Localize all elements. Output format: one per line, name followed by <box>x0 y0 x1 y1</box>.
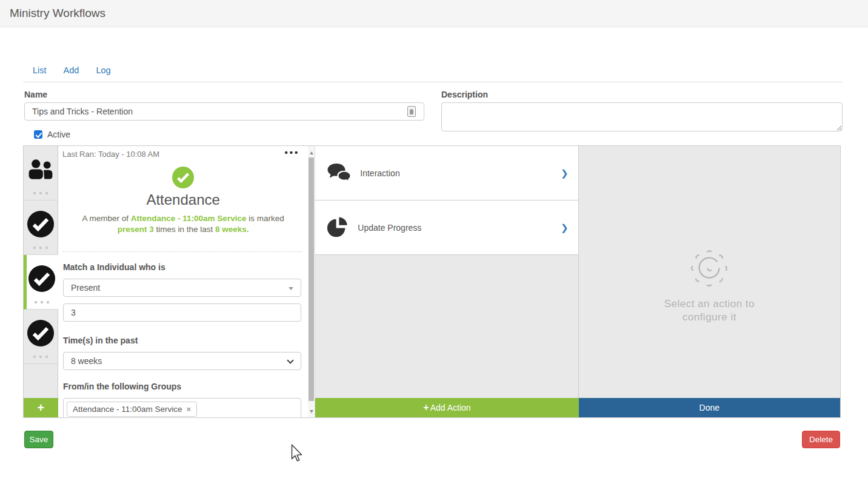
groups-tag-input[interactable]: Attendance - 11:00am Service × <box>63 398 301 417</box>
action-label: Interaction <box>360 168 399 178</box>
check-circle-icon <box>27 210 55 238</box>
tab-log[interactable]: Log <box>96 65 110 75</box>
add-action-button[interactable]: + Add Action <box>315 398 578 417</box>
workflow-builder: + Last Ran: Today - 10:08 AM ••• Attenda… <box>23 145 841 418</box>
chevron-down-icon <box>287 357 294 363</box>
trigger-panel-scrollbar[interactable] <box>308 146 315 417</box>
tab-add[interactable]: Add <box>64 65 79 75</box>
active-checkbox-row[interactable]: Active <box>34 130 70 139</box>
actions-filler <box>315 255 578 398</box>
workflow-step-sidebar: + <box>24 146 58 417</box>
drag-handle-dots[interactable] <box>24 191 58 194</box>
trigger-summary: A member of Attendance - 11:00am Service… <box>78 213 289 235</box>
save-button[interactable]: Save <box>24 431 53 448</box>
caret-down-icon <box>289 287 293 290</box>
action-row-update-progress[interactable]: Update Progress ❯ <box>315 200 578 255</box>
description-label: Description <box>441 90 488 99</box>
groups-label: From/in the following Groups <box>63 382 301 391</box>
mouse-cursor <box>290 444 303 462</box>
check-circle-icon <box>28 265 56 293</box>
plus-icon: + <box>423 402 429 413</box>
ministry-workflows-page: Ministry Workflows List Add Log Name Des… <box>0 0 868 487</box>
scroll-up-arrow-icon[interactable] <box>310 151 313 154</box>
ellipsis-menu-icon[interactable]: ••• <box>285 150 300 159</box>
times-select[interactable]: 8 weeks <box>63 352 301 370</box>
trigger-form: Match a Individual who is Present Time(s… <box>58 262 308 417</box>
page-title: Ministry Workflows <box>0 7 105 20</box>
times-label: Time(s) in the past <box>63 336 301 345</box>
add-step-button[interactable]: + <box>24 398 58 417</box>
name-label: Name <box>24 90 47 99</box>
action-label: Update Progress <box>358 223 421 233</box>
check-circle-icon <box>27 319 55 347</box>
config-placeholder-text: Select an action to configure it <box>664 297 755 324</box>
people-icon <box>28 159 53 180</box>
chevron-right-icon: ❯ <box>561 168 569 179</box>
autofill-icon[interactable] <box>407 106 416 117</box>
match-select[interactable]: Present <box>63 279 301 297</box>
last-ran-status: Last Ran: Today - 10:08 AM <box>62 150 159 159</box>
count-input[interactable] <box>63 303 301 322</box>
trigger-header: Last Ran: Today - 10:08 AM ••• <box>58 146 308 159</box>
sidebar-step-check-3[interactable] <box>24 310 58 364</box>
trigger-config-panel: Last Ran: Today - 10:08 AM ••• Attendanc… <box>58 146 308 417</box>
match-label: Match a Individual who is <box>63 262 301 272</box>
group-tag: Attendance - 11:00am Service × <box>67 402 197 417</box>
active-checkbox[interactable] <box>34 130 42 139</box>
sidebar-filler <box>24 364 58 398</box>
done-button[interactable]: Done <box>579 398 840 417</box>
actions-panel: Interaction ❯ Update Progress ❯ + Add Ac… <box>315 146 578 417</box>
action-row-interaction[interactable]: Interaction ❯ <box>315 146 578 200</box>
chevron-right-icon: ❯ <box>561 222 569 233</box>
tab-bar: List Add Log <box>33 65 111 75</box>
sidebar-step-people[interactable] <box>24 146 58 200</box>
drag-handle-dots[interactable] <box>24 355 58 358</box>
tab-list[interactable]: List <box>33 65 47 75</box>
scrollbar-thumb[interactable] <box>309 157 314 401</box>
tabs-divider <box>23 82 843 82</box>
description-textarea[interactable] <box>441 102 843 131</box>
drag-handle-dots[interactable] <box>24 246 58 249</box>
pie-chart-icon <box>326 216 349 239</box>
chat-bubbles-icon <box>326 163 352 184</box>
config-placeholder: Select an action to configure it <box>579 146 840 398</box>
remove-tag-icon[interactable]: × <box>187 405 192 414</box>
drag-handle-dots[interactable] <box>27 300 58 303</box>
sketch-gear-icon <box>689 248 729 288</box>
trigger-title: Attendance <box>58 191 308 208</box>
delete-button[interactable]: Delete <box>802 431 840 448</box>
sidebar-step-check-1[interactable] <box>24 200 58 255</box>
app-header: Ministry Workflows <box>0 0 868 27</box>
name-input-wrap <box>24 102 424 121</box>
active-label: Active <box>47 130 70 139</box>
action-config-panel: Select an action to configure it Done <box>579 146 840 417</box>
dotted-divider <box>63 251 302 252</box>
sidebar-step-check-2-selected[interactable] <box>24 255 58 310</box>
scroll-down-arrow-icon[interactable] <box>310 410 313 413</box>
trigger-check-circle-icon <box>172 167 194 188</box>
name-input[interactable] <box>24 102 424 121</box>
